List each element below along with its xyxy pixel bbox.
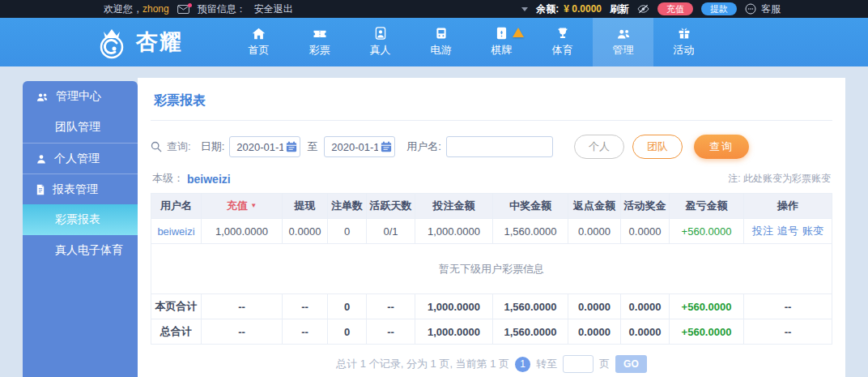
- search-form: 查询: 日期: 至 用户名: 个人 团队 查询: [151, 135, 832, 159]
- page-unit-label: 页: [599, 357, 610, 371]
- logout-link[interactable]: 安全退出: [254, 2, 293, 16]
- customer-service-label[interactable]: 客服: [761, 2, 781, 16]
- nav-item-manage[interactable]: 管理: [593, 18, 653, 66]
- row-username-link[interactable]: beiweizi: [151, 219, 202, 244]
- pagination: 总计 1 个记录, 分为 1 页, 当前第 1 页 1 转至 页 GO: [151, 355, 832, 373]
- team-filter-button[interactable]: 团队: [632, 135, 683, 159]
- row-active-days: 0/1: [367, 219, 415, 244]
- workspace: 管理中心 团队管理 个人管理 报表管理 彩票报表 真人电子体育 彩票报表 查询:…: [0, 66, 868, 377]
- top-bar: 欢迎您，zhong 预留信息： 安全退出 余额: ¥ 0.0000 刷新 充值 …: [0, 0, 868, 18]
- username-label: 用户名:: [406, 139, 441, 154]
- team-icon: [36, 92, 49, 102]
- username-text: zhong: [143, 3, 169, 15]
- date-to-input[interactable]: [324, 136, 395, 157]
- col-bet-count: 注单数: [328, 194, 367, 219]
- nav-item-live[interactable]: 真人: [350, 18, 411, 66]
- welcome-text: 欢迎您，zhong: [104, 2, 169, 16]
- query-label: 查询:: [167, 139, 191, 154]
- activity-gift-icon: [678, 27, 691, 40]
- personal-filter-button[interactable]: 个人: [574, 135, 624, 159]
- sidebar-item-lottery-report[interactable]: 彩票报表: [23, 204, 138, 235]
- page-title: 彩票报表: [151, 86, 832, 121]
- customer-service-icon[interactable]: [745, 3, 756, 15]
- date-from-field: [229, 136, 300, 157]
- col-activity-bonus: 活动奖金: [621, 194, 670, 219]
- empty-row: 暂无下级用户彩票信息: [151, 244, 832, 294]
- brand-name: 杏耀: [136, 28, 183, 57]
- report-document-icon: [36, 184, 45, 195]
- level-username-link[interactable]: beiweizi: [187, 173, 231, 186]
- goto-label: 转至: [536, 357, 557, 371]
- table-header-row: 用户名 充值 ▼ 提现 注单数 活跃天数 投注金额 中奖金额 返点金额 活动奖金…: [151, 194, 832, 219]
- chase-number-link[interactable]: 追号: [777, 224, 798, 238]
- search-button[interactable]: 查询: [694, 135, 749, 159]
- grand-total-label: 总合计: [151, 319, 202, 345]
- go-button[interactable]: GO: [615, 355, 647, 373]
- withdraw-button[interactable]: 提款: [701, 2, 737, 15]
- eye-hidden-icon[interactable]: [637, 4, 649, 14]
- report-table: 用户名 充值 ▼ 提现 注单数 活跃天数 投注金额 中奖金额 返点金额 活动奖金…: [151, 193, 832, 345]
- row-activity-bonus: 0.0000: [621, 219, 670, 244]
- row-withdraw: 0.0000: [283, 219, 328, 244]
- col-deposit-sortable[interactable]: 充值 ▼: [202, 194, 283, 219]
- grand-total-row: 总合计 -- -- 0 -- 1,000.0000 1,560.0000 0.0…: [151, 319, 832, 345]
- manage-users-icon: [616, 28, 631, 40]
- date-label: 日期:: [201, 139, 225, 154]
- chevron-down-icon[interactable]: [521, 7, 528, 11]
- current-page-button[interactable]: 1: [515, 357, 530, 372]
- sidebar-item-live-egame-sports[interactable]: 真人电子体育: [23, 235, 138, 266]
- goto-page-input[interactable]: [563, 355, 594, 373]
- bet-detail-link[interactable]: 投注: [752, 224, 773, 238]
- person-icon: [36, 153, 47, 165]
- nav-item-egame[interactable]: 电游: [411, 18, 471, 66]
- sort-desc-icon: ▼: [250, 202, 257, 209]
- sidebar-item-manage-center[interactable]: 管理中心: [23, 81, 138, 112]
- row-profit: +560.0000: [670, 219, 744, 244]
- account-change-link[interactable]: 账变: [802, 224, 823, 238]
- balance-label: 余额:: [536, 2, 559, 16]
- nav-item-sports[interactable]: 体育: [532, 18, 593, 66]
- table-row: beiweizi 1,000.0000 0.0000 0 0/1 1,000.0…: [151, 219, 832, 244]
- row-rebate-amount: 0.0000: [568, 219, 621, 244]
- col-actions: 操作: [744, 194, 832, 219]
- col-win-amount: 中奖金额: [493, 194, 568, 219]
- lottery-ticket-icon: [313, 28, 327, 40]
- main-panel: 彩票报表 查询: 日期: 至 用户名: 个人 团队 查询 本级： beiweiz…: [138, 78, 845, 377]
- brand-logo-icon: [94, 24, 130, 61]
- main-nav-bar: 杏耀 首页 彩票 真人 电游 棋牌 体育 管理: [0, 18, 868, 66]
- username-input[interactable]: [446, 136, 553, 157]
- sidebar-item-report-manage[interactable]: 报表管理: [23, 174, 138, 204]
- level-row: 本级： beiweizi 注: 此处账变为彩票账变: [152, 171, 831, 186]
- col-withdraw: 提现: [283, 194, 328, 219]
- row-actions: 投注 追号 账变: [744, 219, 832, 244]
- page-total-row: 本页合计 -- -- 0 -- 1,000.0000 1,560.0000 0.…: [151, 294, 832, 319]
- deposit-button[interactable]: 充值: [657, 2, 693, 15]
- row-bet-count: 0: [328, 219, 367, 244]
- page-total-label: 本页合计: [151, 294, 202, 319]
- level-label: 本级：: [152, 171, 184, 186]
- sidebar: 管理中心 团队管理 个人管理 报表管理 彩票报表 真人电子体育: [23, 81, 138, 377]
- nav-menu: 首页 彩票 真人 电游 棋牌 体育 管理 活动: [228, 18, 714, 66]
- home-icon: [252, 28, 266, 40]
- live-person-icon: [374, 27, 387, 40]
- date-from-input[interactable]: [229, 136, 300, 157]
- mail-notification-dot: [188, 3, 192, 7]
- date-to-field: [324, 136, 395, 157]
- col-username: 用户名: [151, 194, 202, 219]
- col-profit-amount: 盈亏金额: [670, 194, 744, 219]
- row-bet-amount: 1,000.0000: [415, 219, 493, 244]
- date-to-label: 至: [307, 139, 317, 154]
- mail-icon[interactable]: [177, 5, 189, 14]
- sidebar-item-personal-manage[interactable]: 个人管理: [23, 143, 138, 174]
- empty-message: 暂无下级用户彩票信息: [151, 244, 832, 294]
- sidebar-item-team-manage[interactable]: 团队管理: [23, 112, 138, 143]
- nav-item-lottery[interactable]: 彩票: [289, 18, 350, 66]
- nav-item-activity[interactable]: 活动: [653, 18, 714, 66]
- sports-trophy-icon: [556, 27, 569, 40]
- refresh-button[interactable]: 刷新: [610, 2, 629, 16]
- egame-machine-icon: [435, 27, 448, 40]
- nav-item-home[interactable]: 首页: [228, 18, 289, 66]
- col-active-days: 活跃天数: [367, 194, 415, 219]
- nav-item-boardgame[interactable]: 棋牌: [471, 18, 532, 66]
- brand-logo[interactable]: 杏耀: [94, 18, 183, 66]
